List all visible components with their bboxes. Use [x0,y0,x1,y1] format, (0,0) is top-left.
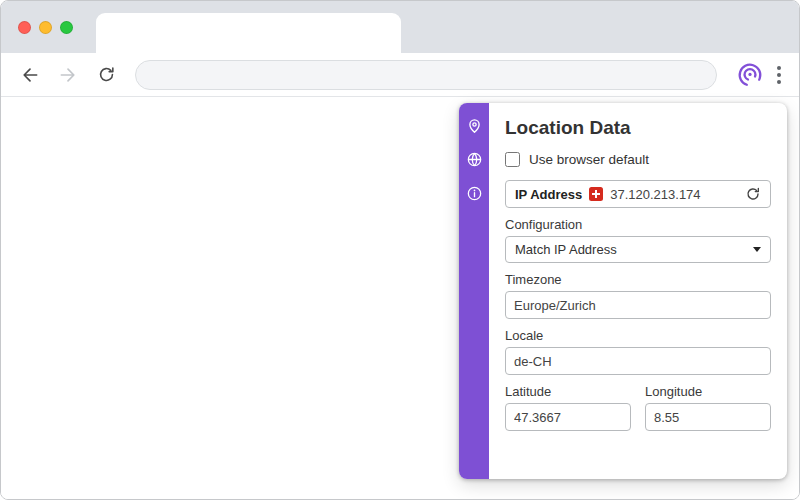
panel-body: Location Data Use browser default IP Add… [489,103,787,479]
panel-sidebar [459,103,489,479]
info-icon [466,185,483,202]
use-browser-default-row: Use browser default [505,152,771,167]
reload-button[interactable] [89,58,123,92]
forward-button[interactable] [51,58,85,92]
arrow-right-icon [58,65,78,85]
use-browser-default-label: Use browser default [529,152,649,167]
traffic-lights [18,21,73,34]
latitude-label: Latitude [505,384,631,399]
address-bar[interactable] [135,60,717,90]
use-browser-default-checkbox[interactable] [505,152,520,167]
refresh-icon [745,186,761,202]
location-data-panel: Location Data Use browser default IP Add… [459,103,787,479]
arrow-left-icon [20,65,40,85]
page-content: Location Data Use browser default IP Add… [1,97,799,500]
caret-down-icon [753,247,761,252]
kebab-menu-icon [777,66,781,70]
location-extension-button[interactable] [733,58,767,92]
browser-toolbar [1,53,799,97]
map-pin-icon [466,117,483,134]
back-button[interactable] [13,58,47,92]
switzerland-flag-icon [589,187,603,201]
longitude-label: Longitude [645,384,771,399]
latitude-input[interactable] [505,403,631,431]
configuration-label: Configuration [505,217,771,232]
ip-address-value: 37.120.213.174 [610,187,700,202]
sidebar-item-info[interactable] [464,183,484,203]
browser-tab[interactable] [96,13,401,53]
locale-input[interactable] [505,347,771,375]
close-window-button[interactable] [18,21,31,34]
extension-logo-icon [737,62,763,88]
minimize-window-button[interactable] [39,21,52,34]
timezone-input[interactable] [505,291,771,319]
coordinates-row: Latitude Longitude [505,375,771,431]
browser-window: Location Data Use browser default IP Add… [0,0,800,500]
page-title: Location Data [505,117,771,139]
timezone-label: Timezone [505,272,771,287]
browser-chrome [1,1,799,53]
ip-address-label: IP Address [515,187,582,202]
ip-address-box: IP Address 37.120.213.174 [505,180,771,208]
configuration-selected-value: Match IP Address [515,242,617,257]
reload-icon [97,65,116,84]
sidebar-item-location[interactable] [464,115,484,135]
refresh-ip-button[interactable] [745,186,761,202]
sidebar-item-globe[interactable] [464,149,484,169]
configuration-select[interactable]: Match IP Address [505,236,771,263]
locale-label: Locale [505,328,771,343]
maximize-window-button[interactable] [60,21,73,34]
browser-menu-button[interactable] [771,60,787,90]
longitude-input[interactable] [645,403,771,431]
globe-icon [466,151,483,168]
